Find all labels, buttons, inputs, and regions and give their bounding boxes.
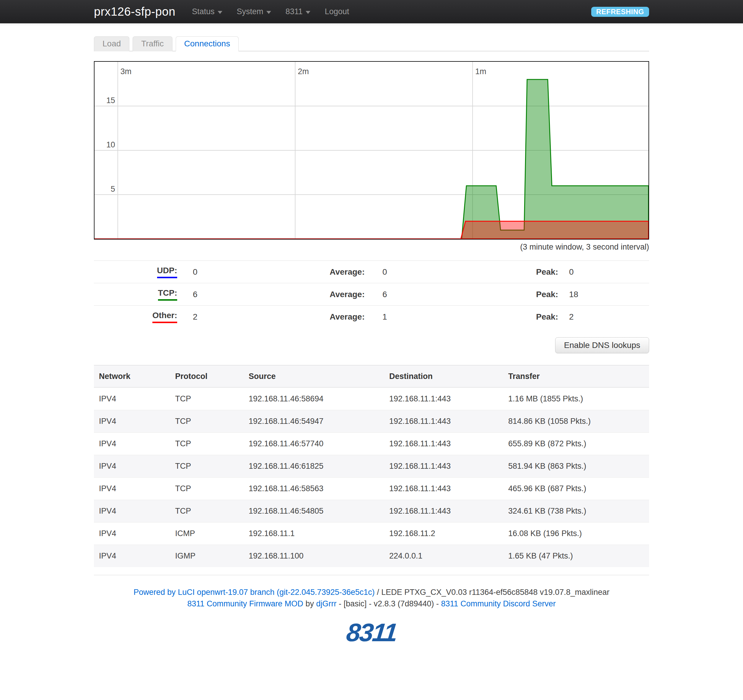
other-average-value: 1 — [365, 312, 517, 322]
stat-row-other: Other: 2 Average: 1 Peak: 2 — [94, 305, 649, 328]
table-cell: 655.89 KB (872 Pkts.) — [503, 439, 649, 448]
col-header-source: Source — [244, 372, 384, 381]
device-hostname: prx126-sfp-pon — [94, 5, 175, 18]
nav-item-8311-label: 8311 — [286, 7, 303, 16]
table-cell: ICMP — [170, 529, 244, 538]
discord-server-link[interactable]: 8311 Community Discord Server — [441, 599, 556, 608]
table-cell: 192.168.11.46:54805 — [244, 506, 384, 516]
table-cell: 1.65 KB (47 Pkts.) — [503, 551, 649, 561]
stat-row-udp: UDP: 0 Average: 0 Peak: 0 — [94, 260, 649, 283]
x-axis-label: 2m — [298, 67, 309, 76]
udp-average-value: 0 — [365, 267, 517, 277]
table-cell: TCP — [170, 484, 244, 493]
refresh-status-badge: REFRESHING — [591, 7, 649, 17]
connections-chart-svg: 3m2m1m15105 — [95, 62, 648, 239]
connections-table: Network Protocol Source Destination Tran… — [94, 365, 649, 567]
table-row: IPV4TCP192.168.11.46:58563192.168.11.1:4… — [94, 477, 649, 500]
table-row: IPV4TCP192.168.11.46:54947192.168.11.1:4… — [94, 410, 649, 432]
table-cell: 192.168.11.1:443 — [384, 462, 503, 471]
table-cell: 324.61 KB (738 Pkts.) — [503, 506, 649, 516]
table-cell: 192.168.11.1 — [244, 529, 384, 538]
udp-label: UDP: — [157, 266, 177, 278]
other-average-label: Average: — [326, 312, 365, 322]
tcp-label: TCP: — [158, 288, 177, 301]
footer-text: - [basic] - v2.8.3 (7d89440) - — [336, 599, 441, 608]
tcp-average-label: Average: — [326, 290, 365, 299]
other-peak-value: 2 — [558, 312, 649, 322]
col-header-network: Network — [94, 372, 170, 381]
navbar: prx126-sfp-pon Status System 8311 Logout… — [0, 0, 743, 23]
nav-item-system[interactable]: System — [237, 7, 271, 16]
y-axis-label: 15 — [106, 96, 115, 105]
footer-line-1: Powered by LuCI openwrt-19.07 branch (gi… — [94, 587, 649, 598]
table-cell: 192.168.11.1:443 — [384, 417, 503, 426]
table-cell: IPV4 — [94, 506, 170, 516]
table-cell: 192.168.11.46:54947 — [244, 417, 384, 426]
col-header-destination: Destination — [384, 372, 503, 381]
other-label: Other: — [152, 311, 177, 323]
table-cell: TCP — [170, 439, 244, 448]
table-cell: TCP — [170, 506, 244, 516]
table-cell: 192.168.11.46:57740 — [244, 439, 384, 448]
table-cell: 192.168.11.1:443 — [384, 506, 503, 516]
table-cell: IGMP — [170, 551, 244, 561]
chevron-down-icon — [266, 11, 271, 14]
chevron-down-icon — [218, 11, 222, 14]
x-axis-label: 1m — [475, 67, 486, 76]
community-firmware-link[interactable]: 8311 Community Firmware MOD — [187, 599, 303, 608]
table-cell: IPV4 — [94, 462, 170, 471]
nav-item-logout-label: Logout — [325, 7, 349, 16]
tab-traffic[interactable]: Traffic — [133, 36, 172, 52]
tcp-current-value: 6 — [177, 290, 326, 299]
footer-line-2: 8311 Community Firmware MOD by djGrrr - … — [94, 598, 649, 610]
footer-text: by — [303, 599, 316, 608]
table-row: IPV4IGMP192.168.11.100224.0.0.11.65 KB (… — [94, 545, 649, 567]
table-cell: IPV4 — [94, 551, 170, 561]
series-other-area — [95, 221, 648, 239]
table-cell: IPV4 — [94, 417, 170, 426]
chevron-down-icon — [306, 11, 310, 14]
stat-row-tcp: TCP: 6 Average: 6 Peak: 18 — [94, 283, 649, 305]
table-row: IPV4ICMP192.168.11.1192.168.11.216.08 KB… — [94, 522, 649, 545]
table-cell: 192.168.11.46:61825 — [244, 462, 384, 471]
table-cell: 192.168.11.1:443 — [384, 394, 503, 404]
table-cell: TCP — [170, 417, 244, 426]
nav-item-8311[interactable]: 8311 — [286, 7, 310, 16]
chart-window-caption: (3 minute window, 3 second interval) — [94, 243, 649, 252]
djgrrr-link[interactable]: djGrrr — [316, 599, 336, 608]
table-cell: TCP — [170, 462, 244, 471]
table-body: IPV4TCP192.168.11.46:58694192.168.11.1:4… — [94, 388, 649, 567]
stats-table: UDP: 0 Average: 0 Peak: 0 TCP: 6 Average… — [94, 260, 649, 328]
table-row: IPV4TCP192.168.11.46:57740192.168.11.1:4… — [94, 432, 649, 455]
x-axis-label: 3m — [120, 67, 132, 76]
table-cell: 192.168.11.100 — [244, 551, 384, 561]
table-row: IPV4TCP192.168.11.46:61825192.168.11.1:4… — [94, 455, 649, 477]
nav-item-logout[interactable]: Logout — [325, 7, 349, 16]
col-header-protocol: Protocol — [170, 372, 244, 381]
firmware-version-text: / LEDE PTXG_CX_V0.03 r11364-ef56c85848 v… — [375, 588, 610, 596]
table-cell: 192.168.11.1:443 — [384, 484, 503, 493]
footer: Powered by LuCI openwrt-19.07 branch (gi… — [94, 575, 649, 610]
logo-8311: 8311 — [92, 618, 651, 647]
table-cell: 192.168.11.46:58694 — [244, 394, 384, 404]
table-cell: 192.168.11.46:58563 — [244, 484, 384, 493]
nav-item-status[interactable]: Status — [192, 7, 222, 16]
content: Load Traffic Connections 3m2m1m15105 (3 … — [94, 36, 649, 647]
tab-load[interactable]: Load — [94, 36, 129, 52]
table-cell: 1.16 MB (1855 Pkts.) — [503, 394, 649, 404]
table-cell: IPV4 — [94, 439, 170, 448]
y-axis-label: 5 — [111, 185, 115, 194]
udp-current-value: 0 — [177, 267, 326, 277]
table-cell: 581.94 KB (863 Pkts.) — [503, 462, 649, 471]
tab-connections[interactable]: Connections — [176, 36, 239, 52]
table-cell: TCP — [170, 394, 244, 404]
nav-menu: Status System 8311 Logout — [192, 7, 364, 16]
tcp-average-value: 6 — [365, 290, 517, 299]
table-row: IPV4TCP192.168.11.46:54805192.168.11.1:4… — [94, 500, 649, 522]
table-row: IPV4TCP192.168.11.46:58694192.168.11.1:4… — [94, 388, 649, 410]
table-cell: 192.168.11.2 — [384, 529, 503, 538]
enable-dns-lookups-button[interactable]: Enable DNS lookups — [555, 337, 649, 353]
tcp-peak-label: Peak: — [517, 290, 558, 299]
table-cell: 465.96 KB (687 Pkts.) — [503, 484, 649, 493]
luci-branch-link[interactable]: Powered by LuCI openwrt-19.07 branch (gi… — [133, 588, 375, 596]
